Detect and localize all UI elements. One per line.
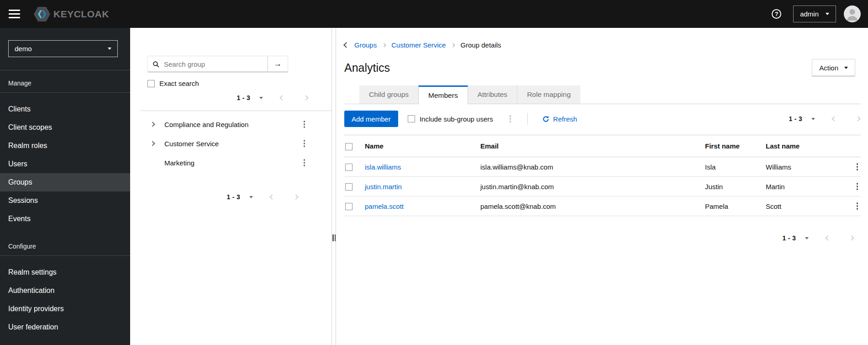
user-menu-label: admin [800,10,819,18]
hamburger-menu-button[interactable] [9,10,20,19]
add-member-button[interactable]: Add member [344,111,398,127]
table-header-row: NameEmailFirst nameLast name [344,135,861,157]
breadcrumb-back-button[interactable] [344,43,348,47]
group-tree-pagination-bottom-per-page-toggle[interactable] [248,195,254,199]
row-checkbox[interactable] [345,183,352,191]
page-body: demo ManageClientsClient scopesRealm rol… [0,28,868,345]
chevron-right-icon [382,43,386,47]
table-row: isla.williamsisla.williams@knab.comIslaW… [344,157,861,177]
sidebar-item-groups[interactable]: Groups [0,173,130,191]
sidebar-item-realm-settings[interactable]: Realm settings [0,263,130,281]
caret-down-icon [844,67,848,69]
breadcrumb-current-group-details: Group details [460,41,501,49]
breadcrumb-separator [452,44,454,47]
column-header-first-name: First name [705,135,766,157]
members-pagination-bottom-next-button[interactable] [849,235,854,241]
row-kebab-menu-button[interactable] [854,161,861,172]
panel-splitter[interactable] [332,28,336,345]
breadcrumb-link-groups[interactable]: Groups [354,41,377,49]
masthead: KEYCLOAK ? admin [0,0,868,28]
include-subgroup-users-checkbox[interactable] [408,115,415,122]
action-dropdown-button[interactable]: Action [812,59,855,76]
exact-search-option: Exact search [147,80,331,87]
group-tree-pagination-top-next-button[interactable] [303,95,309,101]
member-first-name: Isla [705,157,766,177]
refresh-button[interactable]: Refresh [540,115,580,123]
sidebar-item-clients[interactable]: Clients [0,100,130,118]
row-kebab-menu-button[interactable] [854,181,861,192]
splitter-grip-icon [332,234,336,241]
chevron-right-icon [150,122,155,127]
group-kebab-menu-button[interactable] [301,157,308,168]
user-menu-dropdown[interactable]: admin [793,5,836,22]
search-icon [153,61,159,68]
breadcrumb-link-customer-service[interactable]: Customer Service [391,41,446,49]
expand-group-button[interactable] [151,142,158,145]
group-kebab-menu-button[interactable] [301,138,308,149]
refresh-label: Refresh [553,115,577,123]
help-icon[interactable]: ? [772,9,781,19]
toolbar-divider [527,113,528,125]
members-pagination-top-range: 1 - 3 [789,115,802,122]
group-tree-pagination-bottom-next-button[interactable] [293,194,299,200]
group-tree: Compliance and RegulationCustomer Servic… [130,115,331,172]
group-tree-pagination-top: 1 - 3 [130,94,309,101]
group-tree-pagination-bottom-prev-button[interactable] [269,194,275,200]
group-name: Marketing [164,159,195,167]
row-checkbox[interactable] [345,164,352,171]
group-tree-pagination-top-prev-button[interactable] [279,95,285,101]
group-search-input[interactable] [163,60,263,69]
toolbar-kebab-menu-button[interactable] [507,113,514,124]
breadcrumb: GroupsCustomer ServiceGroup details [344,41,861,49]
members-pagination-bottom-per-page-toggle[interactable] [804,236,810,240]
group-search: → [147,56,288,72]
sidebar-item-user-federation[interactable]: User federation [0,318,130,336]
group-tree-item-customer-service[interactable]: Customer Service [130,134,331,153]
tab-role-mapping[interactable]: Role mapping [517,85,580,104]
select-all-checkbox[interactable] [345,143,352,150]
expand-group-button[interactable] [151,122,158,126]
group-search-submit-button[interactable]: → [268,56,288,72]
members-pagination-top-next-button[interactable] [855,116,861,122]
group-tree-item-marketing[interactable]: Marketing [130,153,331,172]
column-header-last-name: Last name [766,135,840,157]
group-tree-pagination-top-range: 1 - 3 [237,94,250,101]
keycloak-logo[interactable]: KEYCLOAK [34,5,109,23]
sidebar-item-client-scopes[interactable]: Client scopes [0,118,130,137]
avatar[interactable] [844,5,861,22]
member-name-link[interactable]: isla.williams [365,163,401,171]
caret-down-icon [811,118,815,120]
group-kebab-menu-button[interactable] [301,119,308,130]
member-name-link[interactable]: justin.martin [365,183,402,191]
sidebar-item-events[interactable]: Events [0,210,130,228]
chevron-left-icon [269,194,274,199]
members-pagination-top-per-page-toggle[interactable] [810,117,816,121]
chevron-right-icon [150,141,155,146]
sidebar-item-authentication[interactable]: Authentication [0,281,130,300]
row-kebab-menu-button[interactable] [854,201,861,212]
exact-search-checkbox[interactable] [147,80,155,87]
member-last-name: Williams [766,157,840,177]
member-name-link[interactable]: pamela.scott [365,202,404,210]
members-pagination-top-prev-button[interactable] [831,116,837,122]
sidebar-item-sessions[interactable]: Sessions [0,191,130,210]
page-title: Analytics [344,61,390,74]
realm-selector[interactable]: demo [8,40,118,57]
group-tree-pagination-top-per-page-toggle[interactable] [258,96,264,100]
tab-child-groups[interactable]: Child groups [359,85,418,104]
group-tree-item-compliance-and-regulation[interactable]: Compliance and Regulation [130,115,331,134]
tab-members[interactable]: Members [418,85,468,104]
sidebar-item-identity-providers[interactable]: Identity providers [0,300,130,318]
include-subgroup-users-label: Include sub-group users [420,115,493,123]
caret-down-icon [826,13,829,15]
sidebar-item-users[interactable]: Users [0,155,130,173]
row-checkbox[interactable] [345,203,352,210]
member-email: pamela.scott@knab.com [480,196,705,216]
tab-attributes[interactable]: Attributes [468,85,517,104]
chevron-left-icon [343,42,349,48]
members-pagination-bottom: 1 - 3 [344,234,854,242]
members-pagination-bottom-prev-button[interactable] [825,235,831,241]
group-tree-pagination-bottom-range: 1 - 3 [226,193,240,201]
table-row: pamela.scottpamela.scott@knab.comPamelaS… [344,196,861,216]
sidebar-item-realm-roles[interactable]: Realm roles [0,137,130,155]
